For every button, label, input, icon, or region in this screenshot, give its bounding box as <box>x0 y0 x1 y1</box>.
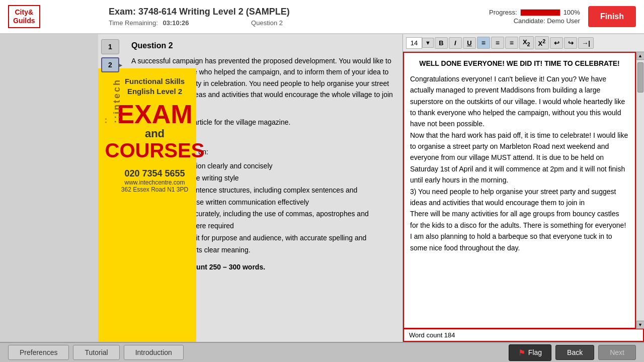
editor-para1: Congratulations everyone! I can't believ… <box>410 73 629 130</box>
question-nav-2[interactable]: 2 <box>101 57 119 72</box>
progress-label: Progress: 100% <box>489 9 580 16</box>
subscript-button[interactable]: X2 <box>519 36 534 49</box>
editor-toolbar: 14 ▼ B I U ≡ ≡ ≡ X2 X2 ↩ ↪ →| <box>403 34 644 52</box>
flag-label: Flag <box>528 348 542 356</box>
intech-vertical-logo: •• ::intech <box>101 78 122 123</box>
redo-button[interactable]: ↪ <box>564 37 577 49</box>
font-size-group: 14 ▼ <box>406 37 434 49</box>
candidate-label: Candidate: Demo User <box>514 17 580 25</box>
flag-icon: ⚑ <box>518 348 525 357</box>
italic-button[interactable]: I <box>449 37 462 49</box>
tutorial-button[interactable]: Tutorial <box>73 345 119 360</box>
editor-content[interactable]: WELL DONE EVERYONE! WE DID IT! TIME TO C… <box>403 52 636 329</box>
finish-button[interactable]: Finish <box>588 6 636 27</box>
main-area: •• ::intech Functional Skills English Le… <box>98 34 644 342</box>
article-heading: WELL DONE EVERYONE! WE DID IT! TIME TO C… <box>410 58 629 69</box>
editor-para4: There will be many activities for all ag… <box>410 208 629 253</box>
city-guilds-logo: City& Guilds <box>8 5 40 28</box>
exam-sub: Time Remaining: 03:10:26 Question 2 <box>109 19 489 27</box>
align-center-button[interactable]: ≡ <box>491 37 504 49</box>
scroll-down-arrow[interactable]: ▼ <box>636 321 645 329</box>
progress-pct: 100% <box>564 9 580 16</box>
question-title: Question 2 <box>131 41 394 50</box>
font-size-display: 14 <box>406 37 422 49</box>
topbar: City& Guilds Exam: 3748-614 Writing Leve… <box>0 0 644 34</box>
question-number: Question 2 <box>251 19 283 27</box>
back-button[interactable]: Back <box>555 345 594 360</box>
question-nav-1[interactable]: 1 <box>101 39 119 54</box>
align-right-button[interactable]: ≡ <box>505 37 518 49</box>
address: 362 Essex Road N1 3PD <box>105 186 205 193</box>
progress-bar-fill <box>521 10 560 16</box>
superscript-button[interactable]: X2 <box>535 36 549 49</box>
courses-label: COURSES <box>105 140 205 160</box>
editor-para3: 3) You need people to help organise your… <box>410 186 629 209</box>
underline-button[interactable]: U <box>463 37 476 49</box>
font-size-dropdown[interactable]: ▼ <box>422 38 434 48</box>
editor-scrollbar: ▲ ▼ <box>636 52 644 329</box>
next-button[interactable]: Next <box>598 345 636 360</box>
exam-info: Exam: 3748-614 Writing Level 2 (SAMPLE) … <box>109 7 489 27</box>
bottom-bar: Preferences Tutorial Introduction ⚑ Flag… <box>0 342 644 362</box>
flag-button[interactable]: ⚑ Flag <box>509 344 551 361</box>
logo-area: City& Guilds <box>8 5 109 28</box>
editor-with-scroll: WELL DONE EVERYONE! WE DID IT! TIME TO C… <box>403 52 644 329</box>
time-value: 03:10:26 <box>163 19 189 27</box>
preferences-button[interactable]: Preferences <box>8 345 69 360</box>
undo-button[interactable]: ↩ <box>550 37 563 49</box>
align-left-button[interactable]: ≡ <box>477 37 490 49</box>
exam-title: Exam: 3748-614 Writing Level 2 (SAMPLE) <box>109 7 489 17</box>
editor-para2: Now that the hard work has paid off, it … <box>410 130 629 186</box>
scroll-track <box>637 60 644 320</box>
ad-panel: •• ::intech Functional Skills English Le… <box>98 68 196 362</box>
introduction-button[interactable]: Introduction <box>124 345 184 360</box>
scroll-up-arrow[interactable]: ▲ <box>636 52 645 60</box>
website: www.intechcentre.com <box>105 179 205 186</box>
indent-button[interactable]: →| <box>578 37 594 49</box>
editor-panel: 14 ▼ B I U ≡ ≡ ≡ X2 X2 ↩ ↪ →| WELL DONE … <box>403 34 644 342</box>
progress-area: Progress: 100% Candidate: Demo User <box>489 9 580 25</box>
scroll-thumb[interactable] <box>637 62 643 93</box>
phone-number: 020 7354 5655 <box>105 168 205 179</box>
editor-cursor <box>410 253 629 264</box>
and-label: and <box>105 127 205 140</box>
time-label: Time Remaining: <box>109 19 158 27</box>
progress-bar <box>520 9 560 16</box>
word-count-bar: Word count 184 <box>403 329 644 342</box>
bold-button[interactable]: B <box>435 37 448 49</box>
